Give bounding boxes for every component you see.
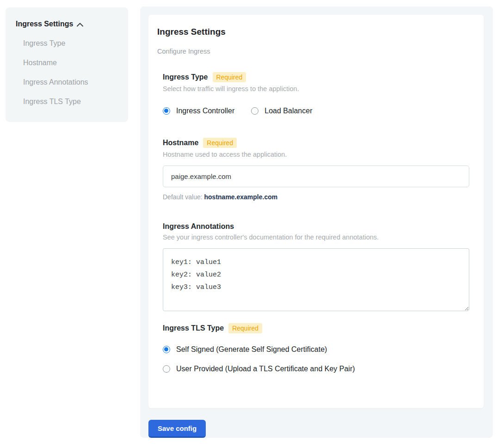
page-subtitle: Configure Ingress: [157, 48, 469, 55]
ingress-type-label: Ingress Type: [163, 73, 208, 81]
radio-user-provided-input[interactable]: [163, 365, 170, 373]
annotations-textarea[interactable]: key1: value1 key2: value2 key3: value3: [163, 248, 469, 311]
radio-load-balancer-label: Load Balancer: [264, 107, 312, 115]
section-ingress-tls-type: Ingress TLS Type Required Self Signed (G…: [163, 323, 469, 373]
hostname-default-line: Default value: hostname.example.com: [163, 193, 469, 201]
hostname-default-label: Default value:: [163, 193, 204, 201]
ingress-type-description: Select how traffic will ingress to the a…: [163, 85, 469, 92]
hostname-description: Hostname used to access the application.: [163, 151, 469, 158]
sidebar-item-hostname[interactable]: Hostname: [23, 58, 119, 68]
sidebar-item-ingress-tls-type[interactable]: Ingress TLS Type: [23, 97, 119, 106]
section-ingress-type: Ingress Type Required Select how traffic…: [163, 72, 469, 115]
annotations-label: Ingress Annotations: [163, 222, 234, 231]
tls-type-radio-group: Self Signed (Generate Self Signed Certif…: [163, 345, 469, 373]
radio-self-signed-label: Self Signed (Generate Self Signed Certif…: [176, 345, 327, 354]
required-badge: Required: [203, 138, 237, 148]
sidebar-item-ingress-annotations[interactable]: Ingress Annotations: [23, 78, 119, 87]
page-title: Ingress Settings: [157, 27, 469, 37]
radio-self-signed[interactable]: Self Signed (Generate Self Signed Certif…: [163, 345, 469, 354]
sidebar-section-title: Ingress Settings: [16, 20, 73, 28]
radio-ingress-controller-input[interactable]: [163, 107, 170, 115]
section-ingress-annotations: Ingress Annotations See your ingress con…: [163, 222, 469, 313]
settings-sidebar: Ingress Settings Ingress Type Hostname I…: [6, 7, 128, 122]
radio-load-balancer-input[interactable]: [251, 107, 258, 115]
hostname-input[interactable]: [163, 166, 469, 187]
radio-user-provided[interactable]: User Provided (Upload a TLS Certificate …: [163, 365, 469, 373]
sidebar-item-ingress-type[interactable]: Ingress Type: [23, 39, 119, 48]
annotations-description: See your ingress controller's documentat…: [163, 233, 469, 241]
required-badge: Required: [213, 72, 246, 82]
hostname-label: Hostname: [163, 139, 198, 147]
radio-user-provided-label: User Provided (Upload a TLS Certificate …: [176, 365, 355, 373]
chevron-up-icon[interactable]: [77, 23, 83, 27]
tls-type-label: Ingress TLS Type: [163, 324, 224, 332]
radio-ingress-controller[interactable]: Ingress Controller: [163, 107, 234, 115]
radio-self-signed-input[interactable]: [163, 346, 170, 353]
radio-load-balancer[interactable]: Load Balancer: [251, 107, 312, 115]
ingress-type-radio-group: Ingress Controller Load Balancer: [163, 107, 469, 115]
radio-ingress-controller-label: Ingress Controller: [176, 107, 234, 115]
main-panel: Ingress Settings Configure Ingress Ingre…: [140, 6, 493, 438]
section-hostname: Hostname Required Hostname used to acces…: [163, 138, 469, 201]
sidebar-section-header[interactable]: Ingress Settings: [16, 20, 119, 28]
required-badge: Required: [228, 323, 262, 333]
save-config-button[interactable]: Save config: [148, 420, 206, 438]
ingress-settings-card: Ingress Settings Configure Ingress Ingre…: [148, 15, 484, 408]
hostname-default-value: hostname.example.com: [204, 193, 278, 201]
